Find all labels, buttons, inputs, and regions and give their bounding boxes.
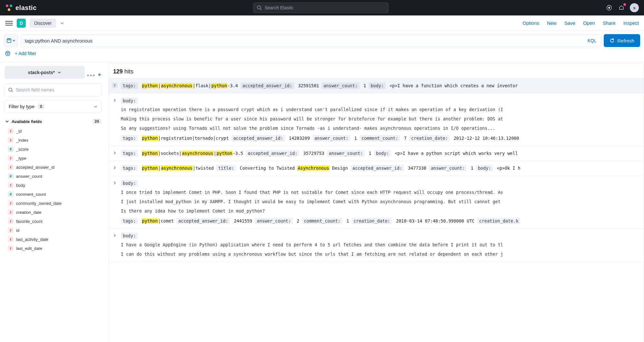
- collapse-sidebar-icon[interactable]: [97, 72, 102, 77]
- svg-rect-4: [7, 39, 11, 43]
- query-input-wrap: KQL: [21, 34, 601, 47]
- field-name: last_edit_date: [16, 246, 42, 251]
- field-label: tags:: [121, 150, 138, 157]
- document-row[interactable]: body:in registration operation there is …: [109, 94, 644, 146]
- top-actions: OptionsNewSaveOpenShareInspect: [523, 20, 639, 26]
- field-name: body: [16, 183, 25, 188]
- field-label-body: body:: [121, 233, 138, 239]
- action-options[interactable]: Options: [523, 20, 539, 26]
- field-item-body[interactable]: tbody: [5, 181, 102, 190]
- field-label: body:: [369, 82, 386, 89]
- elastic-logo[interactable]: elastic: [5, 4, 37, 12]
- field-search[interactable]: [5, 83, 102, 96]
- field-label: tags:: [121, 218, 138, 224]
- svg-line-1: [260, 9, 262, 10]
- field-item-_index[interactable]: t_index: [5, 136, 102, 145]
- field-item-comment_count[interactable]: #comment_count: [5, 190, 102, 199]
- expand-row-icon[interactable]: [112, 180, 118, 186]
- brand-name: elastic: [15, 4, 37, 12]
- text-type-icon: t: [8, 182, 14, 188]
- available-fields-header[interactable]: Available fields 24: [5, 118, 102, 127]
- global-header: elastic s: [0, 0, 644, 15]
- text-type-icon: t: [8, 164, 14, 170]
- body-line: in registration operation there is a pas…: [121, 105, 640, 114]
- field-item-_id[interactable]: t_id: [5, 127, 102, 136]
- chevron-down-icon: [5, 119, 9, 123]
- user-avatar[interactable]: s: [630, 3, 639, 12]
- text-type-icon: t: [8, 245, 14, 251]
- filter-by-type[interactable]: Filter by type 0: [5, 100, 102, 113]
- global-search-input[interactable]: [264, 5, 385, 10]
- field-search-input[interactable]: [16, 87, 98, 92]
- expand-row-icon[interactable]: [112, 82, 118, 88]
- field-label: creation_date:: [409, 135, 450, 141]
- field-label: tags:: [121, 82, 138, 89]
- chevron-down-icon: [57, 71, 61, 74]
- query-bar: KQL Refresh: [0, 31, 644, 47]
- field-item-_score[interactable]: #_score: [5, 145, 102, 154]
- body-line: Is there any idea how to implement Comet…: [121, 206, 640, 216]
- refresh-button[interactable]: Refresh: [604, 34, 640, 47]
- saved-query-button[interactable]: [4, 34, 18, 47]
- chevron-down-icon: [12, 39, 15, 42]
- filter-by-type-count: 0: [38, 104, 44, 109]
- field-item-last_edit_date[interactable]: tlast_edit_date: [5, 244, 102, 253]
- chevron-down-icon[interactable]: [60, 21, 64, 25]
- field-label: tags:: [121, 165, 138, 171]
- field-label: title:: [216, 165, 236, 171]
- document-row[interactable]: body:I once tried to implement Comet in …: [109, 176, 644, 229]
- action-save[interactable]: Save: [564, 20, 575, 26]
- field-name: comment_count: [16, 192, 46, 197]
- field-item-community_owned_date[interactable]: tcommunity_owned_date: [5, 199, 102, 208]
- sidebar-options-icon[interactable]: ∘∘∘: [87, 72, 95, 77]
- body-line: I have a Google AppEngine (in Python) ap…: [121, 240, 640, 250]
- field-list: t_idt_index#_scoret_typetaccepted_answer…: [5, 127, 102, 253]
- action-new[interactable]: New: [547, 20, 557, 26]
- expand-row-icon[interactable]: [112, 150, 118, 156]
- svg-line-12: [12, 91, 13, 92]
- field-label: accepted_answer_id:: [241, 82, 294, 89]
- global-search[interactable]: [253, 3, 389, 13]
- newsfeed-icon[interactable]: [618, 4, 625, 12]
- field-item-answer_count[interactable]: #answer_count: [5, 172, 102, 181]
- action-share[interactable]: Share: [603, 20, 616, 26]
- fields-sidebar: stack-posts* ∘∘∘ Filter by type 0 Availa…: [0, 62, 106, 342]
- query-input[interactable]: [21, 38, 583, 43]
- field-name: _score: [16, 147, 29, 152]
- field-name: favorite_count: [16, 219, 43, 224]
- field-item-last_activity_date[interactable]: tlast_activity_date: [5, 235, 102, 244]
- document-row[interactable]: tags: python|sockets|asynchronous|python…: [109, 146, 644, 161]
- field-label: answer_count:: [429, 165, 467, 171]
- document-row[interactable]: body:I have a Google AppEngine (in Pytho…: [109, 229, 644, 262]
- documents-list[interactable]: tags: python|asynchronous|flask|python-3…: [108, 79, 644, 342]
- field-label: accepted_answer_id:: [231, 135, 285, 141]
- document-row[interactable]: tags: python|asynchronous|flask|python-3…: [109, 79, 644, 94]
- field-item-creation_date[interactable]: tcreation_date: [5, 208, 102, 217]
- expand-row-icon[interactable]: [112, 233, 118, 238]
- field-item-id[interactable]: tid: [5, 226, 102, 235]
- svg-point-3: [608, 7, 610, 9]
- expand-row-icon[interactable]: [112, 165, 118, 171]
- app-name-button[interactable]: Discover: [30, 19, 56, 28]
- field-label: creation_date:: [351, 218, 392, 224]
- text-type-icon: t: [8, 155, 14, 161]
- help-icon[interactable]: [605, 4, 613, 12]
- results-panel: 129 hits tags: python|asynchronous|flask…: [106, 62, 644, 342]
- query-language-button[interactable]: KQL: [583, 38, 601, 43]
- logo-icon: [5, 4, 13, 12]
- field-item-favorite_count[interactable]: tfavorite_count: [5, 217, 102, 226]
- add-filter-button[interactable]: + Add filter: [15, 51, 36, 56]
- field-item-_type[interactable]: t_type: [5, 154, 102, 163]
- field-item-accepted_answer_id[interactable]: taccepted_answer_id: [5, 163, 102, 172]
- field-label: answer_count:: [312, 135, 351, 141]
- expand-row-icon[interactable]: [112, 98, 118, 103]
- hits-number: 129: [113, 68, 123, 75]
- action-open[interactable]: Open: [583, 20, 595, 26]
- filter-settings-icon[interactable]: [4, 50, 12, 57]
- number-type-icon: #: [8, 173, 14, 179]
- document-row[interactable]: tags: python|asynchronous|twisted title:…: [109, 161, 644, 176]
- action-inspect[interactable]: Inspect: [623, 20, 639, 26]
- index-pattern-selector[interactable]: stack-posts*: [5, 66, 85, 79]
- field-label-body: body:: [121, 180, 138, 186]
- nav-toggle-icon[interactable]: [5, 19, 13, 27]
